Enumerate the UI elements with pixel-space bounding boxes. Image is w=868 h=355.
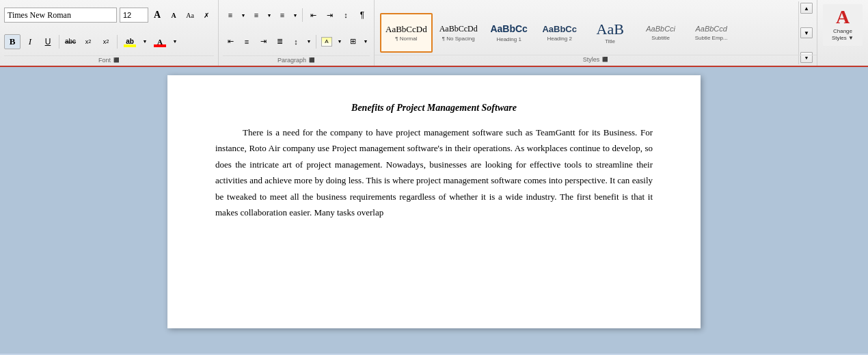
style-title-label: Title [605, 38, 615, 44]
styles-section: AaBbCcDd ¶ Normal AaBbCcDd ¶ No Spacing … [375, 0, 817, 66]
align-left-button[interactable]: ⇤ [223, 34, 238, 49]
strikethrough-button[interactable]: abc [62, 34, 79, 49]
font-color-dropdown-button[interactable]: ▼ [171, 34, 179, 49]
change-styles-icon: A [836, 8, 850, 27]
change-styles-area: A ChangeStyles ▼ [817, 0, 868, 66]
style-subtitle-preview: AaBbCci [646, 25, 675, 34]
numbering-dropdown[interactable]: ▼ [265, 8, 273, 23]
numbering-button[interactable]: ≡ [249, 8, 264, 23]
font-section: Times New Roman 12 A A Aa ✗ B I U abc x2… [0, 0, 219, 66]
ribbon: Times New Roman 12 A A Aa ✗ B I U abc x2… [0, 0, 868, 67]
document-area: Benefits of Project Management Software … [0, 67, 868, 354]
style-title[interactable]: AaB Title [586, 13, 635, 53]
document-title: Benefits of Project Management Software [215, 103, 653, 114]
increase-indent-button[interactable]: ⇥ [322, 8, 337, 23]
styles-section-label-row: Styles ⬛ [375, 55, 817, 63]
style-heading2[interactable]: AaBbCc Heading 2 [535, 13, 584, 53]
style-no-spacing-label: ¶ No Spacing [442, 36, 475, 42]
font-section-label: Font ⬛ [4, 55, 214, 64]
multilevel-list-button[interactable]: ≡ [275, 8, 290, 23]
superscript-button[interactable]: x2 [98, 34, 114, 49]
style-no-spacing-preview: AaBbCcDd [439, 24, 478, 34]
styles-scroll-down[interactable]: ▼ [800, 27, 813, 38]
show-formatting-button[interactable]: ¶ [355, 8, 370, 23]
style-normal-label: ¶ Normal [395, 36, 417, 42]
change-styles-label: ChangeStyles ▼ [832, 28, 854, 42]
style-heading2-preview: AaBbCc [542, 24, 577, 35]
multilevel-dropdown[interactable]: ▼ [291, 8, 299, 23]
shading-button[interactable]: A [319, 34, 334, 49]
styles-section-label: Styles [583, 56, 600, 63]
decrease-indent-button[interactable]: ⇤ [306, 8, 321, 23]
borders-dropdown[interactable]: ▼ [362, 34, 370, 49]
style-heading2-label: Heading 2 [547, 36, 571, 42]
style-heading1-preview: AaBbCc [490, 23, 527, 35]
subscript-button[interactable]: x2 [80, 34, 96, 49]
paragraph-section-label: Paragraph ⬛ [223, 55, 370, 64]
style-subtitle[interactable]: AaBbCci Subtitle [636, 13, 686, 53]
paragraph-expand-icon[interactable]: ⬛ [309, 57, 315, 63]
style-title-preview: AaB [597, 22, 624, 37]
italic-button[interactable]: I [22, 34, 38, 49]
bullets-button[interactable]: ≡ [223, 8, 238, 23]
bold-button[interactable]: B [4, 34, 21, 49]
style-subtitle-label: Subtitle [651, 35, 670, 41]
paragraph-section: ≡ ▼ ≡ ▼ ≡ ▼ ⇤ ⇥ ↕ ¶ ⇤ ≡ ⇥ ≣ ↕ ▼ [219, 0, 375, 66]
font-size-dropdown[interactable]: 12 [120, 8, 148, 23]
style-subtle-emphasis-preview: AaBbCcd [695, 25, 727, 34]
document-page: Benefits of Project Management Software … [167, 75, 701, 328]
grow-font-button[interactable]: A [150, 8, 165, 23]
justify-button[interactable]: ≣ [272, 34, 287, 49]
shrink-font-button[interactable]: A [166, 8, 181, 23]
clear-format-button[interactable]: ✗ [199, 8, 214, 23]
line-spacing-button[interactable]: ↕ [288, 34, 303, 49]
styles-expand-icon[interactable]: ⬛ [602, 57, 608, 62]
font-name-dropdown[interactable]: Times New Roman [4, 8, 117, 23]
style-no-spacing[interactable]: AaBbCcDd ¶ No Spacing [434, 13, 483, 53]
bullets-dropdown[interactable]: ▼ [239, 8, 247, 23]
font-color-button[interactable]: A [150, 34, 169, 49]
font-expand-icon[interactable]: ⬛ [113, 57, 120, 63]
highlight-dropdown-button[interactable]: ▼ [141, 34, 149, 49]
style-subtle-emphasis-label: Subtle Emp... [695, 35, 728, 41]
line-spacing-dropdown[interactable]: ▼ [305, 34, 313, 49]
style-heading1-label: Heading 1 [496, 36, 521, 42]
style-normal[interactable]: AaBbCcDd ¶ Normal [380, 13, 433, 53]
styles-scroll-up[interactable]: ▲ [800, 3, 813, 14]
underline-button[interactable]: U [40, 34, 56, 49]
sort-button[interactable]: ↕ [338, 8, 353, 23]
style-subtle-emphasis[interactable]: AaBbCcd Subtle Emp... [687, 13, 736, 53]
style-heading1[interactable]: AaBbCc Heading 1 [485, 13, 534, 53]
shading-dropdown[interactable]: ▼ [336, 34, 344, 49]
change-styles-button[interactable]: A ChangeStyles ▼ [823, 4, 863, 46]
text-highlight-button[interactable]: ab [120, 34, 139, 49]
style-normal-preview: AaBbCcDd [385, 24, 427, 35]
change-case-button[interactable]: Aa [182, 8, 198, 23]
align-center-button[interactable]: ≡ [239, 34, 254, 49]
align-right-button[interactable]: ⇥ [256, 34, 271, 49]
borders-button[interactable]: ⊞ [345, 34, 360, 49]
document-body[interactable]: There is a need for the company to have … [215, 124, 653, 220]
